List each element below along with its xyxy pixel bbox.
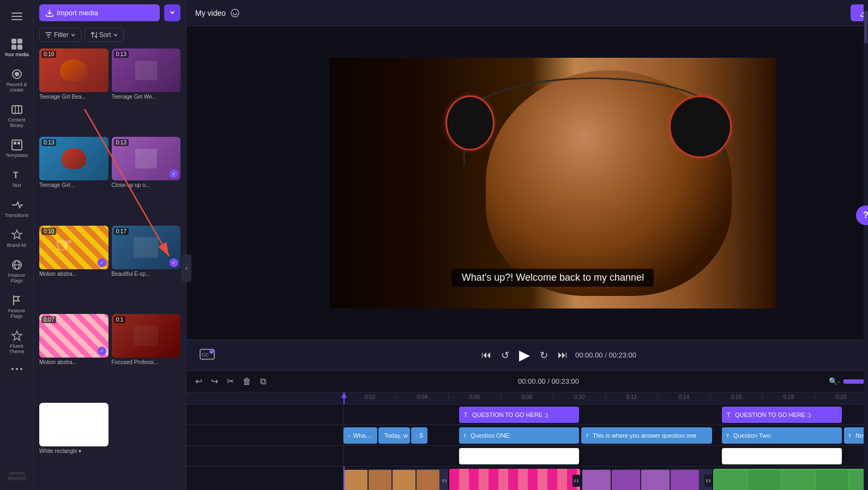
sidebar-item-brand-kit[interactable]: Brand kit — [1, 225, 33, 252]
svg-rect-0 — [11, 13, 22, 14]
media-grid: 0:10 Teenage Girl Bea... 0:13 Teenage Gi… — [34, 46, 186, 490]
skip-to-start-button[interactable]: ⏮ — [479, 347, 493, 363]
undo-button[interactable]: ↩ — [193, 374, 204, 389]
timeline-time-display: 00:00.00 / 00:23:00 — [273, 377, 824, 385]
playback-controls: CC + ⏮ ↺ ▶ ↻ ⏭ 00:00.00 / 00:23:00 — [186, 340, 868, 370]
media-thumbnail-white-rect[interactable]: White rectangle ▾ — [39, 403, 108, 488]
top-bar: My video Export — [186, 0, 868, 26]
help-button[interactable]: ? — [856, 205, 868, 225]
timeline-segment-white-rect-1[interactable] — [459, 448, 579, 464]
timeline-segment-question-one[interactable]: T Question ONE: — [459, 427, 579, 444]
svg-rect-3 — [11, 39, 16, 44]
right-panel-scrollbar[interactable] — [864, 0, 868, 490]
media-thumbnail[interactable]: 0:13 Teenage Girl We... — [112, 49, 181, 134]
svg-rect-39 — [577, 479, 578, 482]
play-pause-button[interactable]: ▶ — [517, 344, 532, 366]
svg-text:T: T — [464, 412, 467, 418]
version-badge: Version 85e2b0f — [5, 466, 28, 486]
media-thumbnail[interactable]: 0:13 ✓ Close-up up o... — [112, 137, 181, 222]
sidebar-item-languages[interactable]: Feature Flags — [1, 255, 33, 288]
media-thumbnail[interactable]: 0:10 Teenage Girl Bea... — [39, 49, 108, 134]
svg-text:T: T — [848, 433, 852, 438]
timeline-video-segment-pink[interactable] — [449, 469, 580, 490]
collapse-panel-button[interactable]: ‹ — [182, 255, 191, 282]
sidebar-item-your-media[interactable]: Your media — [1, 34, 33, 62]
left-sidebar: Your media Record &create Contentlibrary… — [0, 0, 34, 490]
svg-text:T: T — [13, 171, 19, 180]
redo-button[interactable]: ↪ — [209, 374, 220, 389]
preview-area: What's up?! Welcome back to my channel 1… — [186, 26, 868, 340]
filter-button[interactable]: Filter — [39, 28, 81, 42]
track-row-white-rects — [186, 446, 868, 467]
timeline-segment-s[interactable]: T S — [411, 427, 427, 444]
timeline-video-segment-green[interactable] — [713, 469, 868, 490]
sort-button[interactable]: Sort — [85, 28, 124, 42]
timeline-ruler: 0:02 0:04 0:06 0:08 0:10 0:12 0:14 0:16 … — [186, 392, 868, 404]
svg-rect-40 — [706, 479, 708, 482]
svg-rect-5 — [11, 45, 16, 50]
svg-text:T: T — [726, 433, 730, 438]
project-name: My video — [195, 8, 240, 18]
svg-rect-12 — [17, 142, 20, 144]
svg-rect-41 — [709, 479, 710, 482]
media-panel-header: Import media — [34, 0, 186, 26]
media-thumbnail[interactable]: 0:07 ✓ Motion abstra... — [39, 314, 108, 399]
skip-to-end-button[interactable]: ⏭ — [556, 347, 570, 363]
sidebar-item-transitions[interactable]: Transitions — [1, 195, 33, 222]
timeline-segment-answer-one[interactable]: T This is where you answer question one — [581, 427, 712, 444]
media-thumbnail[interactable]: 0:17 ✓ Beautiful E-sp... — [112, 226, 181, 311]
captions-toggle-button[interactable]: CC + — [197, 347, 217, 364]
sidebar-item-templates[interactable]: Templates — [1, 135, 33, 162]
timeline-segment-today[interactable]: T Today, w — [378, 427, 410, 444]
media-thumbnail[interactable]: 0:1 Focused Professi... — [112, 314, 181, 399]
track-row-text: T What's up? T Today, w T S T Question O… — [186, 425, 868, 446]
svg-rect-10 — [12, 140, 22, 150]
sidebar-item-record-create[interactable]: Record &create — [1, 64, 33, 97]
svg-rect-36 — [442, 479, 444, 482]
zoom-out-icon[interactable]: 🔍- — [829, 377, 840, 385]
svg-text:T: T — [415, 434, 417, 437]
time-display: 00:00.00 / 00:23:00 — [575, 351, 636, 359]
sidebar-item-content-library[interactable]: Contentlibrary — [1, 99, 33, 132]
fast-forward-button[interactable]: ↻ — [538, 347, 550, 364]
svg-rect-38 — [574, 479, 576, 482]
cut-button[interactable]: ✂ — [225, 374, 236, 389]
svg-point-21 — [231, 9, 239, 17]
sidebar-item-fluent-theme[interactable]: FluentTheme — [1, 325, 33, 359]
timeline-zoom-controls: 🔍- 🔍+ ⤢ — [829, 377, 868, 386]
track-row-video — [186, 467, 868, 490]
svg-rect-2 — [11, 19, 22, 20]
svg-text:T: T — [586, 433, 589, 438]
sidebar-item-feature-flags[interactable]: FeatureFlags — [1, 290, 33, 323]
media-panel: Import media Filter Sort — [34, 0, 186, 490]
import-media-dropdown-button[interactable] — [164, 4, 180, 21]
main-area: My video Export — [186, 0, 868, 490]
svg-text:+: + — [210, 350, 213, 354]
import-media-button[interactable]: Import media — [39, 4, 160, 21]
svg-point-19 — [16, 368, 18, 370]
rewind-button[interactable]: ↺ — [499, 347, 511, 364]
svg-rect-9 — [12, 106, 22, 113]
sidebar-item-more[interactable] — [1, 362, 33, 378]
sidebar-item-text[interactable]: T Text — [1, 165, 33, 192]
ruler-marks: 0:02 0:04 0:06 0:08 0:10 0:12 0:14 0:16 … — [186, 394, 868, 400]
timeline-segment-question1[interactable]: T QUESTION TO GO HERE :) — [459, 407, 579, 423]
timeline-segment-question-two[interactable]: T Question Two: — [722, 427, 842, 444]
svg-marker-17 — [12, 331, 22, 341]
track-row-question: T QUESTION TO GO HERE :) T QUESTION TO G… — [186, 404, 868, 425]
timeline-video-segment-3[interactable] — [581, 469, 712, 490]
timeline-area: ↩ ↪ ✂ 🗑 ⧉ 00:00.00 / 00:23:00 🔍- 🔍+ ⤢ 0:… — [186, 370, 868, 490]
delete-button[interactable]: 🗑 — [240, 374, 254, 389]
hamburger-menu[interactable] — [5, 4, 29, 31]
timeline-segment-whatsup[interactable]: T What's up? — [343, 427, 377, 444]
svg-text:T: T — [463, 433, 467, 438]
svg-rect-1 — [11, 16, 22, 17]
timeline-video-segment-1[interactable] — [343, 469, 448, 490]
media-thumbnail[interactable]: 0:10 ✓ Motion abstra... ☞ — [39, 226, 108, 311]
timeline-segment-question2[interactable]: T QUESTION TO GO HERE :) — [722, 407, 842, 423]
timeline-segment-white-rect-2[interactable] — [722, 448, 842, 464]
subtitle-text: What's up?! Welcome back to my channel — [452, 269, 654, 287]
preview-video: What's up?! Welcome back to my channel — [329, 58, 776, 308]
media-thumbnail[interactable]: 0:13 Teenage Girl... — [39, 137, 108, 222]
duplicate-button[interactable]: ⧉ — [258, 374, 268, 389]
